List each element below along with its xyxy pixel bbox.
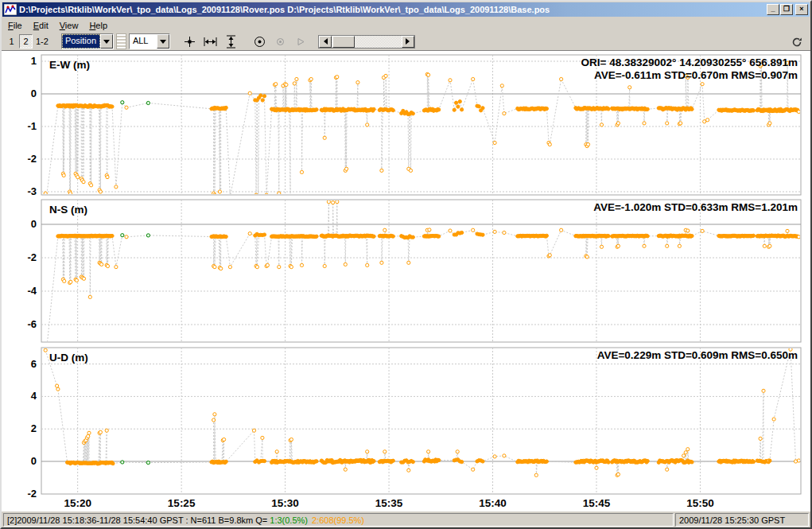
splitter-handle[interactable]: [116, 33, 126, 49]
plot2-button[interactable]: 2: [19, 34, 33, 49]
y-tick-label: 0: [31, 218, 37, 230]
data-point: [449, 229, 452, 232]
time-scrollbar[interactable]: [318, 35, 415, 49]
panel-title: E-W (m): [49, 59, 90, 71]
scroll-left-icon[interactable]: [319, 36, 332, 48]
refresh-button[interactable]: [787, 34, 806, 50]
fit-vertical-button[interactable]: [222, 33, 241, 49]
data-point: [437, 458, 441, 461]
center-origin-button[interactable]: [251, 33, 270, 49]
data-point: [455, 101, 458, 104]
animate-play-button[interactable]: [292, 33, 311, 49]
plot-area[interactable]: 10-1-2-3E-W (m)ORI= 48.38329002° 14.2093…: [2, 51, 810, 511]
data-point: [481, 460, 484, 463]
data-point: [62, 173, 65, 177]
data-point: [212, 418, 216, 422]
data-point: [106, 264, 109, 267]
plot-type-select[interactable]: Position: [61, 33, 114, 49]
data-point: [678, 244, 681, 247]
status-q2-count: 2:608(99.5%): [312, 515, 364, 525]
x-tick-label: 15:35: [375, 497, 403, 509]
y-tick-label: -1: [27, 120, 37, 132]
data-point: [224, 235, 227, 238]
x-tick-label: 15:30: [271, 497, 299, 509]
plot1-button[interactable]: 1: [5, 34, 18, 49]
data-point: [106, 176, 109, 179]
data-point: [481, 107, 484, 110]
data-point: [82, 181, 85, 184]
fit-center-button[interactable]: [181, 33, 200, 49]
data-point: [560, 77, 563, 80]
data-point: [372, 107, 375, 111]
data-point: [768, 244, 771, 247]
menu-view[interactable]: View: [54, 19, 84, 32]
data-point: [336, 76, 339, 79]
plot12-button[interactable]: 1-2: [33, 34, 51, 49]
title-bar[interactable]: D:\Projects\Rtklib\WorkVer\_tpo_data\Log…: [2, 2, 810, 17]
data-point: [262, 460, 266, 463]
data-point: [224, 106, 227, 109]
x-tick-label: 15:40: [479, 497, 507, 509]
chevron-down-icon[interactable]: [100, 34, 113, 49]
chevron-down-icon[interactable]: [157, 34, 169, 49]
data-point: [300, 263, 303, 266]
track-center-icon: [276, 37, 285, 46]
data-point: [344, 263, 347, 266]
data-point: [616, 473, 620, 476]
data-point: [255, 266, 258, 269]
y-tick-label: -2: [27, 153, 37, 165]
obs-filter-select[interactable]: ALL: [129, 33, 170, 49]
data-point: [391, 459, 394, 462]
data-point: [82, 277, 85, 280]
data-point: [503, 231, 506, 234]
data-point: [289, 266, 293, 269]
data-point: [274, 83, 278, 86]
panel-ud: 6420-2U-D (m)AVE=0.229m STD=0.609m RMS=0…: [27, 348, 801, 500]
panel-title: U-D (m): [49, 352, 88, 364]
data-point: [380, 261, 383, 264]
data-point: [336, 200, 339, 204]
fit-center-icon: [184, 36, 196, 48]
data-point: [228, 195, 231, 198]
plot-svg[interactable]: 10-1-2-3E-W (m)ORI= 48.38329002° 14.2093…: [3, 52, 809, 511]
data-point: [409, 169, 412, 172]
track-center-button[interactable]: [271, 33, 290, 49]
data-point: [315, 235, 318, 238]
data-point: [407, 469, 410, 472]
status-bar: [2]2009/11/28 15:18:36-11/28 15:54:40 GP…: [2, 511, 810, 527]
data-point: [121, 461, 124, 464]
data-point: [115, 185, 118, 189]
status-q1-count: 1:3(0.5%): [270, 515, 308, 525]
menu-file[interactable]: File: [2, 19, 28, 32]
data-point: [503, 112, 506, 115]
data-point: [786, 229, 789, 232]
y-tick-label: 6: [31, 358, 37, 370]
data-point: [111, 105, 114, 108]
maximize-button[interactable]: ❐: [780, 4, 793, 15]
panel-ew-data: [44, 61, 800, 201]
panel-title: N-S (m): [49, 204, 87, 216]
data-point: [75, 278, 78, 282]
window-title: D:\Projects\Rtklib\WorkVer\_tpo_data\Log…: [17, 5, 766, 14]
y-tick-label: 2: [31, 422, 37, 434]
data-point: [500, 84, 503, 88]
menu-edit[interactable]: Edit: [28, 19, 54, 32]
data-point: [759, 437, 762, 440]
data-point: [437, 235, 441, 238]
scroll-right-icon[interactable]: [402, 36, 414, 48]
data-point: [125, 235, 128, 239]
scrollbar-thumb[interactable]: [332, 36, 355, 48]
menu-help[interactable]: Help: [84, 19, 113, 32]
data-point: [90, 184, 93, 187]
minimize-button[interactable]: _: [767, 4, 779, 15]
fit-horizontal-button[interactable]: [201, 33, 220, 49]
data-point: [146, 101, 150, 104]
data-point: [99, 190, 102, 193]
data-point: [666, 122, 669, 125]
data-point: [646, 235, 649, 238]
data-point: [223, 438, 226, 441]
close-button[interactable]: ×: [795, 4, 808, 15]
x-tick-label: 15:50: [686, 497, 714, 509]
data-point: [503, 454, 506, 457]
data-point: [366, 263, 369, 266]
